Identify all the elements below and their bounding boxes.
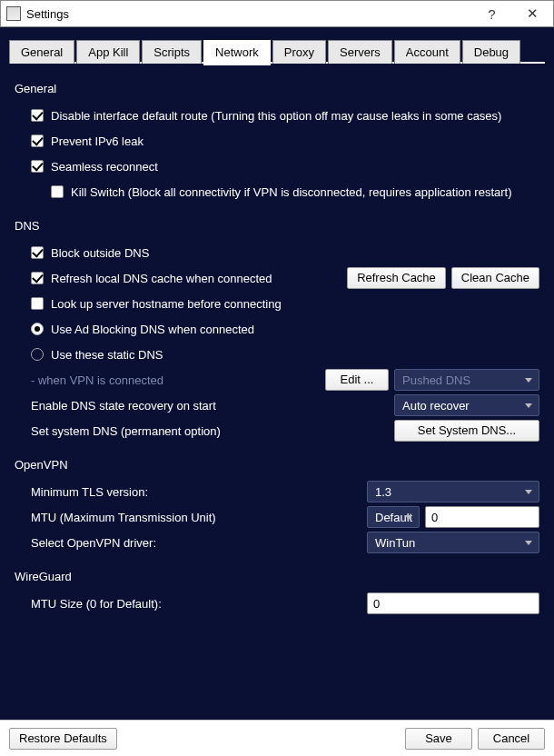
checkbox-block-outside-dns[interactable]: [31, 246, 44, 259]
label-prevent-ipv6: Prevent IPv6 leak: [51, 134, 143, 148]
hint-when-connected: - when VPN is connected: [31, 373, 303, 387]
dns-state-recovery-value: Auto recover: [402, 399, 470, 413]
network-panel: General Disable interface default route …: [9, 71, 545, 614]
row-refresh-local-cache: Refresh local DNS cache when connected R…: [15, 267, 539, 289]
label-wireguard-mtu: MTU Size (0 for Default):: [31, 597, 303, 611]
section-title-general: General: [15, 82, 539, 95]
checkbox-kill-switch[interactable]: [51, 185, 64, 198]
tab-proxy[interactable]: Proxy: [272, 40, 326, 64]
dns-combo[interactable]: Pushed DNS: [394, 369, 539, 391]
label-dns-state-recovery: Enable DNS state recovery on start: [31, 399, 303, 413]
row-wireguard-mtu: MTU Size (0 for Default):: [15, 592, 539, 614]
row-min-tls: Minimum TLS version: 1.3: [15, 481, 539, 502]
set-system-dns-button[interactable]: Set System DNS...: [394, 420, 539, 442]
label-openvpn-driver: Select OpenVPN driver:: [31, 536, 303, 550]
label-lookup-hostname: Look up server hostname before connectin…: [51, 297, 282, 311]
help-button[interactable]: ?: [471, 1, 512, 26]
checkbox-lookup-hostname[interactable]: [31, 297, 44, 310]
label-refresh-local-cache: Refresh local DNS cache when connected: [51, 272, 272, 285]
min-tls-combo[interactable]: 1.3: [367, 481, 539, 502]
tab-debug[interactable]: Debug: [462, 40, 520, 64]
row-kill-switch[interactable]: Kill Switch (Block all connectivity if V…: [15, 181, 539, 203]
label-min-tls: Minimum TLS version:: [31, 485, 303, 499]
row-vpn-connected-dns: - when VPN is connected Edit ... Pushed …: [15, 369, 539, 391]
row-prevent-ipv6[interactable]: Prevent IPv6 leak: [15, 130, 539, 152]
clean-cache-button[interactable]: Clean Cache: [451, 267, 539, 289]
label-set-system-dns: Set system DNS (permanent option): [31, 424, 303, 438]
checkbox-seamless-reconnect[interactable]: [31, 160, 44, 173]
restore-defaults-button[interactable]: Restore Defaults: [9, 728, 117, 750]
openvpn-driver-combo[interactable]: WinTun: [367, 532, 539, 553]
section-title-wireguard: WireGuard: [15, 570, 539, 583]
cancel-button[interactable]: Cancel: [478, 728, 545, 750]
label-seamless-reconnect: Seamless reconnect: [51, 160, 158, 174]
row-seamless-reconnect[interactable]: Seamless reconnect: [15, 155, 539, 177]
section-title-openvpn: OpenVPN: [15, 458, 539, 472]
row-dns-state-recovery: Enable DNS state recovery on start Auto …: [15, 394, 539, 416]
row-openvpn-mtu: MTU (Maximum Transmission Unit) Default: [15, 506, 539, 528]
tab-general[interactable]: General: [9, 40, 74, 64]
row-block-outside-dns[interactable]: Block outside DNS: [15, 242, 539, 264]
checkbox-refresh-local-cache[interactable]: [31, 272, 44, 284]
label-openvpn-mtu: MTU (Maximum Transmission Unit): [31, 511, 303, 524]
tab-strip: General App Kill Scripts Network Proxy S…: [9, 36, 545, 64]
openvpn-mtu-input[interactable]: [425, 506, 539, 528]
radio-static-dns[interactable]: [31, 348, 44, 361]
radio-adblock-dns[interactable]: [31, 323, 44, 335]
content-area: General App Kill Scripts Network Proxy S…: [0, 27, 554, 720]
row-lookup-hostname[interactable]: Look up server hostname before connectin…: [15, 293, 539, 314]
openvpn-driver-value: WinTun: [375, 536, 415, 550]
section-title-dns: DNS: [15, 219, 539, 233]
window-title: Settings: [26, 7, 471, 21]
tab-servers[interactable]: Servers: [328, 40, 392, 64]
close-button[interactable]: ✕: [512, 1, 553, 26]
min-tls-value: 1.3: [375, 485, 391, 499]
app-icon: [6, 6, 21, 21]
tab-account[interactable]: Account: [394, 40, 460, 64]
wireguard-mtu-input[interactable]: [367, 592, 539, 614]
row-openvpn-driver: Select OpenVPN driver: WinTun: [15, 532, 539, 553]
dialog-footer: Restore Defaults Save Cancel: [0, 720, 554, 756]
label-disable-default-route: Disable interface default route (Turning…: [51, 109, 501, 123]
dns-combo-value: Pushed DNS: [402, 373, 470, 387]
row-set-system-dns: Set system DNS (permanent option) Set Sy…: [15, 420, 539, 442]
label-kill-switch: Kill Switch (Block all connectivity if V…: [71, 185, 512, 199]
save-button[interactable]: Save: [405, 728, 472, 750]
title-bar: Settings ? ✕: [0, 0, 554, 27]
label-static-dns: Use these static DNS: [51, 348, 163, 362]
checkbox-prevent-ipv6[interactable]: [31, 134, 44, 147]
row-use-adblock-dns[interactable]: Use Ad Blocking DNS when connected: [15, 318, 539, 340]
label-adblock-dns: Use Ad Blocking DNS when connected: [51, 323, 254, 336]
tab-appkill[interactable]: App Kill: [76, 40, 140, 64]
checkbox-disable-default-route[interactable]: [31, 109, 44, 122]
openvpn-mtu-mode-combo[interactable]: Default: [367, 506, 420, 528]
tab-network[interactable]: Network: [203, 40, 271, 65]
label-block-outside-dns: Block outside DNS: [51, 246, 149, 260]
edit-dns-button[interactable]: Edit ...: [325, 369, 389, 391]
dns-state-recovery-combo[interactable]: Auto recover: [394, 394, 539, 416]
openvpn-mtu-mode-value: Default: [375, 511, 412, 524]
row-disable-default-route[interactable]: Disable interface default route (Turning…: [15, 104, 539, 126]
tab-scripts[interactable]: Scripts: [142, 40, 202, 64]
row-use-static-dns[interactable]: Use these static DNS: [15, 343, 539, 365]
refresh-cache-button[interactable]: Refresh Cache: [347, 267, 446, 289]
